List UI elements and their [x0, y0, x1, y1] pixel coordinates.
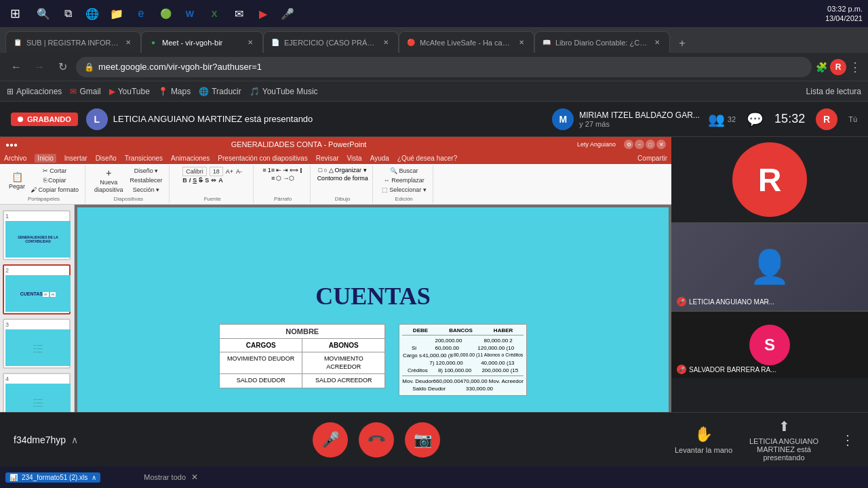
chat-button[interactable]: 💬 [747, 111, 764, 127]
btn-seccion[interactable]: Sección ▾ [128, 186, 165, 194]
browser-tab-2[interactable]: ● Meet - vir-vgoh-bir ✕ [141, 31, 263, 53]
leticia-more-icon[interactable]: ··· [764, 298, 769, 306]
list-btn[interactable]: ≡ [262, 167, 266, 174]
reading-list[interactable]: Lista de lectura [806, 87, 861, 96]
btn-nueva-diapositiva[interactable]: + Nuevadiapositiva [92, 167, 125, 194]
browser-menu[interactable]: ⋮ [849, 60, 861, 75]
font-size[interactable]: 18 [210, 167, 223, 176]
underline-btn[interactable]: S [193, 177, 197, 184]
browser-tab-1[interactable]: 📋 SUB | REGISTRA INFORMACI... ✕ [5, 31, 141, 53]
columns[interactable]: ⫿ [300, 167, 303, 174]
menu-insertar[interactable]: Insertar [64, 155, 87, 162]
reload-button[interactable]: ↻ [53, 58, 72, 77]
edge-icon[interactable]: 🌐 [81, 0, 103, 27]
btn-reemplazar[interactable]: ↔ Reemplazar [382, 176, 427, 184]
raise-hand-control[interactable]: ✋ Levantar la mano [675, 426, 732, 454]
new-tab-button[interactable]: + [673, 34, 692, 53]
font-name[interactable]: Calibri [182, 167, 207, 176]
menu-que-desea[interactable]: ¿Qué desea hacer? [397, 155, 457, 162]
text-spacing[interactable]: ⇔ [211, 177, 216, 184]
bookmark-youtube[interactable]: ▶ YouTube [109, 87, 150, 96]
indent-less[interactable]: ⇤ [276, 167, 281, 174]
ppt-share-btn[interactable]: ⚙ [624, 140, 633, 149]
more-options-button[interactable]: ⋮ [841, 432, 854, 448]
video-toggle-button[interactable]: 📷 [405, 422, 440, 458]
tab1-close[interactable]: ✕ [123, 37, 134, 48]
slide-thumb-3[interactable]: 3 — ——— ——— —— [3, 319, 71, 369]
menu-transiciones[interactable]: Transiciones [125, 155, 163, 162]
btn-disenio[interactable]: Diseño ▾ [128, 167, 165, 175]
align-text[interactable]: ≡ [271, 175, 275, 182]
back-button[interactable]: ← [7, 58, 26, 77]
menu-animaciones[interactable]: Animaciones [171, 155, 210, 162]
tab5-close[interactable]: ✕ [652, 37, 663, 48]
shape-fill[interactable]: Contorno de forma [317, 175, 368, 182]
download-expand-icon[interactable]: ∧ [92, 474, 96, 481]
present-control[interactable]: ⬆ LETICIA ANGUIANO MARTINEZ está present… [743, 418, 825, 462]
btn-copiar[interactable]: ⎘ Copiar [28, 176, 81, 184]
convert-smartart[interactable]: →⬡ [283, 175, 294, 182]
start-button[interactable]: ⊞ [0, 0, 30, 27]
extensions-icon[interactable]: 🧩 [816, 62, 827, 73]
menu-compartir[interactable]: Compartir [637, 155, 667, 162]
browser-tab-3[interactable]: 📄 EJERCICIO (CASO PRÁCTICO) ✕ [263, 31, 399, 53]
menu-ayuda[interactable]: Ayuda [370, 155, 389, 162]
profile-avatar[interactable]: R [830, 59, 846, 75]
chrome-icon[interactable]: 🟢 [155, 0, 176, 27]
youtube-icon[interactable]: ▶ [252, 0, 274, 27]
close-download-bar[interactable]: ✕ [191, 472, 198, 482]
browser-tab-4[interactable]: 🔴 McAfee LiveSafe - Ha caduc... ✕ [399, 31, 534, 53]
strikethrough-btn[interactable]: S̶ [199, 177, 203, 184]
word-icon[interactable]: W [179, 0, 201, 27]
increase-font[interactable]: A+ [226, 168, 233, 175]
indent-more[interactable]: ⇥ [283, 167, 288, 174]
organize[interactable]: Organizar ▾ [335, 167, 367, 174]
menu-archivo[interactable]: Archivo [4, 155, 26, 162]
btn-buscar[interactable]: 🔍 Buscar [388, 167, 420, 175]
mute-button[interactable]: 🎤 [313, 422, 348, 458]
search-icon[interactable]: 🔍 [33, 0, 54, 27]
decrease-font[interactable]: A- [236, 168, 242, 175]
browser-tab-5[interactable]: 📖 Libro Diario Contable: ¿Cóm... ✕ [534, 31, 670, 53]
menu-vista[interactable]: Vista [347, 155, 362, 162]
bookmark-gmail[interactable]: ✉ Gmail [70, 87, 100, 96]
shape3[interactable]: △ [329, 167, 334, 174]
bookmark-aplicaciones[interactable]: ⊞ Aplicaciones [7, 87, 62, 96]
text-direction[interactable]: ⟺ [290, 167, 298, 174]
btn-seleccionar[interactable]: ⬚ Seleccionar ▾ [380, 186, 429, 194]
task-view-icon[interactable]: ⧉ [57, 0, 79, 27]
btn-cortar[interactable]: ✂ Cortar [28, 167, 81, 175]
shape1[interactable]: □ [319, 167, 322, 174]
bookmark-youtube-music[interactable]: 🎵 YouTube Music [250, 87, 318, 96]
show-all-button[interactable]: Mostrar todo [144, 473, 186, 481]
tab4-close[interactable]: ✕ [516, 37, 527, 48]
slide-thumb-1[interactable]: 1 GENERALIDADES DE LACONTABILIDAD [3, 210, 71, 260]
end-call-button[interactable]: 📞 [351, 415, 401, 465]
shadow-btn[interactable]: S [205, 177, 209, 184]
ppt-minimize[interactable]: − [635, 140, 644, 149]
url-bar[interactable]: 🔒 meet.google.com/vir-vgoh-bir?authuser=… [76, 57, 812, 77]
btn-restablecer[interactable]: Restablecer [128, 176, 165, 184]
italic-btn[interactable]: I [189, 177, 191, 184]
numbered-list-btn[interactable]: 1≡ [268, 167, 275, 174]
menu-inicio[interactable]: Inicio [35, 154, 56, 163]
font-color[interactable]: A [218, 177, 223, 184]
explorer-icon[interactable]: 📁 [106, 0, 127, 27]
edge-browser-icon[interactable]: e [130, 0, 152, 27]
menu-disenio[interactable]: Diseño [96, 155, 117, 162]
tab3-close[interactable]: ✕ [380, 37, 391, 48]
forward-button[interactable]: → [30, 58, 49, 77]
ppt-maximize[interactable]: □ [646, 140, 655, 149]
excel-icon[interactable]: X [203, 0, 225, 27]
bookmark-traducir[interactable]: 🌐 Traducir [199, 87, 241, 96]
bookmark-maps[interactable]: 📍 Maps [158, 87, 191, 96]
expand-code-icon[interactable]: ∧ [71, 434, 78, 445]
shape2[interactable]: ○ [323, 167, 327, 174]
ppt-close[interactable]: ✕ [656, 140, 666, 149]
menu-revisar[interactable]: Revisar [316, 155, 339, 162]
smartart[interactable]: ⬡ [276, 175, 281, 182]
mic-taskbar-icon[interactable]: 🎤 [277, 0, 298, 27]
menu-presentacion[interactable]: Presentación con diapositivas [218, 155, 307, 162]
btn-copiar-formato[interactable]: 🖌 Copiar formato [28, 186, 81, 194]
download-file[interactable]: 📊 234_formato51 (2).xls ∧ [5, 472, 100, 483]
